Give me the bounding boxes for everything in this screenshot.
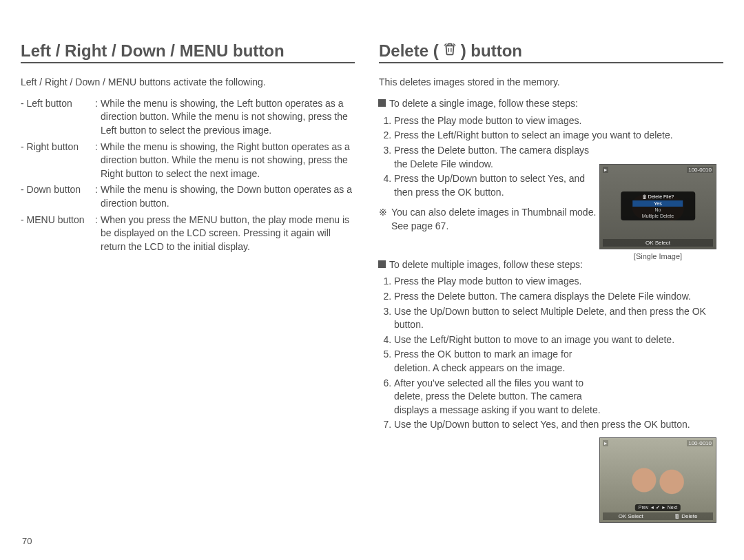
bottom-select: OK Select [645,240,670,246]
def-menu-button: - MENU button : When you press the MENU … [21,214,355,254]
subhead-multi-text: To delete multiple images, follow these … [389,258,583,271]
page-number: 70 [22,536,32,546]
heading-delete-pre: Delete ( [379,41,439,61]
lcd-bottombar: OK Select [603,239,713,247]
square-bullet-icon [379,100,385,106]
trash-icon [442,41,457,61]
desc: While the menu is showing, the Right but… [101,141,355,181]
term: - Left button [21,97,95,138]
colon: : [95,141,101,181]
figure-single-image: ▸ 100-0010 🗑 Delete File? Yes No Multipl… [599,164,716,260]
left-intro: Left / Right / Down / MENU buttons activ… [21,76,355,89]
step: Press the OK button to mark an image for… [394,348,604,375]
reference-mark-icon: ※ [379,206,391,233]
def-right-button: - Right button : While the menu is showi… [21,141,355,181]
bottom-delete: 🗑 Delete [674,513,697,519]
step: After you've selected all the files you … [394,377,604,417]
step: Press the Left/Right button to select an… [394,129,723,143]
right-column: Delete ( ) button This deletes images st… [372,41,723,546]
term: - Right button [21,141,95,181]
dialog-trash-icon: 🗑 [642,194,647,199]
play-icon: ▸ [603,440,608,446]
heading-delete-post: ) button [461,41,522,61]
dialog-title-row: 🗑 Delete File? [621,194,695,199]
figure-caption: [Single Image] [599,252,716,260]
right-intro: This deletes images stored in the memory… [379,76,723,89]
camera-lcd: ▸ 100-0010 Prev ◄ ✔ ► Next OK Select 🗑 D… [599,437,716,523]
delete-dialog: 🗑 Delete File? Yes No Multiple Delete [621,191,695,220]
figure-multiple-image: ▸ 100-0010 Prev ◄ ✔ ► Next OK Select 🗑 D… [599,437,716,523]
manual-page: Left / Right / Down / MENU button Left /… [0,0,744,560]
colon: : [95,183,101,210]
navigation-hint: Prev ◄ ✔ ► Next [635,504,681,511]
step: Press the Play mode button to view image… [394,114,723,128]
step: Use the Left/Right button to move to an … [394,333,723,347]
left-column: Left / Right / Down / MENU button Left /… [21,41,372,546]
dialog-option-yes: Yes [632,200,683,207]
colon: : [95,214,101,254]
bottom-select: OK Select [619,513,643,519]
lcd-topbar: ▸ 100-0010 [603,440,713,446]
dialog-option-no: No [621,207,695,213]
note-text: You can also delete images in Thumbnail … [391,206,601,233]
file-number: 100-0010 [687,167,713,173]
heading-right: Delete ( ) button [379,41,723,63]
subhead-single: To delete a single image, follow these s… [379,97,723,110]
camera-lcd: ▸ 100-0010 🗑 Delete File? Yes No Multipl… [599,164,716,249]
dialog-title: Delete File? [648,194,674,199]
step: Press the Delete button. The camera disp… [394,144,604,171]
desc: While the menu is showing, the Down butt… [101,183,355,210]
step: Use the Up/Down button to select Multipl… [394,305,723,332]
heading-left-text: Left / Right / Down / MENU button [21,41,285,61]
square-bullet-icon [379,261,385,267]
lcd-topbar: ▸ 100-0010 [603,167,713,173]
term: - Down button [21,183,95,210]
desc: While the menu is showing, the Left butt… [101,97,355,138]
colon: : [95,97,101,138]
step: Press the Play mode button to view image… [394,275,723,289]
heading-left: Left / Right / Down / MENU button [21,41,355,63]
subhead-single-text: To delete a single image, follow these s… [389,97,578,110]
play-icon: ▸ [603,167,608,173]
step: Press the Up/Down button to select Yes, … [394,172,604,199]
def-down-button: - Down button : While the menu is showin… [21,183,355,210]
lcd-bottombar: OK Select 🗑 Delete [603,512,713,520]
desc: When you press the MENU button, the play… [101,214,355,254]
file-number: 100-0010 [687,440,713,446]
button-definitions: - Left button : While the menu is showin… [21,97,355,254]
step: Press the Delete button. The camera disp… [394,290,723,304]
steps-multi: Press the Play mode button to view image… [379,275,723,432]
dialog-option-multiple: Multiple Delete [621,213,695,219]
def-left-button: - Left button : While the menu is showin… [21,97,355,138]
step: Use the Up/Down button to select Yes, an… [394,418,723,432]
term: - MENU button [21,214,95,254]
